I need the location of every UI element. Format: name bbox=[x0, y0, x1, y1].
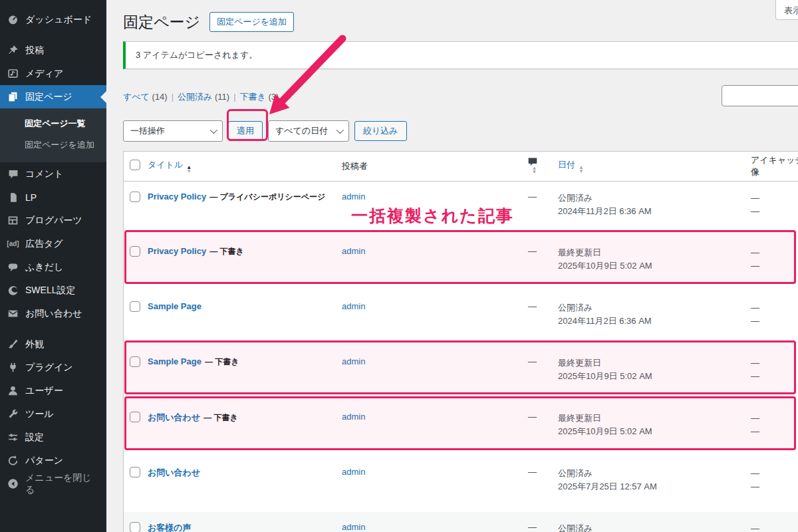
row-checkbox[interactable] bbox=[130, 467, 140, 477]
sidebar-item-patterns[interactable]: パターン bbox=[0, 449, 106, 472]
table-row: お問い合わせ admin — 公開済み2025年7月25日 12:57 AM —… bbox=[124, 457, 798, 512]
page-title-link[interactable]: お問い合わせ bbox=[148, 412, 200, 422]
table-row: Privacy Policy— プライバシーポリシーページ admin — 公開… bbox=[124, 181, 798, 236]
sidebar-item-fukidashi[interactable]: ふきだし bbox=[0, 255, 106, 279]
add-page-button[interactable]: 固定ページを追加 bbox=[209, 12, 294, 32]
sidebar-item-collapse-menu[interactable]: メニューを閉じる bbox=[0, 472, 106, 495]
submenu-item-pages-list[interactable]: 固定ページ一覧 bbox=[0, 113, 106, 134]
grid-table-icon bbox=[7, 214, 19, 227]
row-checkbox[interactable] bbox=[130, 192, 140, 202]
view-published-count: (11) bbox=[215, 92, 229, 102]
sort-indicator-date: ▲▼ bbox=[579, 166, 584, 174]
pages-submenu: 固定ページ一覧 固定ページを追加 bbox=[0, 108, 106, 162]
sidebar-item-appearance[interactable]: 外観 bbox=[0, 332, 106, 356]
author-link[interactable]: admin bbox=[342, 246, 365, 256]
page-title-suffix: — 下書き bbox=[209, 247, 244, 256]
paintbrush-icon bbox=[7, 338, 19, 350]
column-header-author: 投稿者 bbox=[336, 152, 523, 181]
sidebar-item-tools[interactable]: ツール bbox=[0, 402, 106, 426]
sliders-icon bbox=[7, 431, 19, 444]
pushpin-icon bbox=[7, 44, 19, 57]
sort-by-date[interactable]: 日付 bbox=[558, 160, 575, 170]
sidebar-item-posts[interactable]: 投稿 bbox=[0, 39, 106, 62]
sort-by-comments[interactable]: ▲▼ bbox=[528, 158, 537, 174]
table-row: お客様の声 admin — 公開済み2025年9月26日 6:25 AM —— bbox=[124, 512, 798, 532]
table-row: Sample Page admin — 公開済み2024年11月2日 6:36 … bbox=[124, 291, 798, 346]
page-title-suffix: — 下書き bbox=[203, 413, 238, 422]
date-filter-select[interactable]: すべての日付 bbox=[268, 120, 349, 142]
author-link[interactable]: admin bbox=[342, 301, 365, 311]
author-link[interactable]: admin bbox=[342, 522, 365, 532]
view-draft-link[interactable]: 下書き bbox=[240, 92, 266, 102]
page-title-suffix: — プライバシーポリシーページ bbox=[209, 192, 325, 201]
dashboard-icon bbox=[7, 13, 19, 26]
speech-balloon-icon bbox=[7, 261, 19, 273]
sort-by-title[interactable]: タイトル bbox=[148, 160, 183, 170]
sidebar-item-media[interactable]: メディア bbox=[0, 62, 106, 85]
table-row: Sample Page— 下書き admin — 最終更新日2025年10月9日… bbox=[124, 346, 798, 402]
view-filter-links: すべて (14)|公開済み (11)|下書き (3) bbox=[123, 91, 798, 103]
chevron-down-icon bbox=[336, 126, 344, 134]
view-all-link[interactable]: すべて bbox=[123, 92, 150, 102]
sidebar-item-contact[interactable]: お問い合わせ bbox=[0, 302, 106, 325]
author-link[interactable]: admin bbox=[342, 467, 365, 477]
row-status: 公開済み bbox=[558, 192, 740, 205]
page-title-link[interactable]: お問い合わせ bbox=[148, 467, 200, 477]
sort-indicator-comments: ▲▼ bbox=[532, 166, 537, 174]
row-status: 公開済み bbox=[558, 301, 740, 315]
comment-icon bbox=[7, 168, 19, 180]
sidebar-item-blog-parts[interactable]: ブログパーツ bbox=[0, 209, 106, 232]
sidebar-item-pages[interactable]: 固定ページ bbox=[0, 85, 106, 108]
row-status: 最終更新日 bbox=[558, 412, 740, 425]
media-icon bbox=[7, 67, 19, 80]
page-title: 固定ページ bbox=[123, 13, 200, 32]
page-title-link[interactable]: Privacy Policy bbox=[148, 192, 206, 201]
filter-button[interactable]: 絞り込み bbox=[354, 121, 407, 141]
sidebar-item-lp[interactable]: LP bbox=[0, 186, 106, 209]
sidebar-item-comments[interactable]: コメント bbox=[0, 162, 106, 186]
page-title-link[interactable]: Sample Page bbox=[148, 301, 201, 311]
sidebar-item-ad-tags[interactable]: [ad] 広告タグ bbox=[0, 232, 106, 255]
plug-icon bbox=[7, 361, 19, 374]
sidebar-item-swell-settings[interactable]: SWELL設定 bbox=[0, 279, 106, 302]
page-title-link[interactable]: お客様の声 bbox=[148, 523, 192, 532]
notice-message: 3 アイテムがコピーされます。 bbox=[136, 50, 257, 60]
row-date: 2025年7月25日 12:57 AM bbox=[558, 480, 740, 493]
main-content: 表示オプション 固定ページ 固定ページを追加 3 アイテムがコピーされます。 す… bbox=[106, 0, 798, 532]
bulk-action-select[interactable]: 一括操作 bbox=[123, 120, 223, 142]
row-checkbox[interactable] bbox=[130, 412, 140, 422]
sidebar-item-dashboard[interactable]: ダッシュボード bbox=[0, 8, 106, 31]
wrench-icon bbox=[7, 408, 19, 420]
row-date: 2025年10月9日 5:02 AM bbox=[558, 370, 740, 383]
view-published-link[interactable]: 公開済み bbox=[178, 92, 212, 102]
author-link[interactable]: admin bbox=[342, 412, 365, 422]
author-link[interactable]: admin bbox=[342, 356, 365, 366]
row-checkbox[interactable] bbox=[130, 301, 140, 312]
row-date: 2024年11月2日 6:36 AM bbox=[558, 315, 740, 328]
pages-icon bbox=[7, 90, 19, 103]
page-title-suffix: — 下書き bbox=[205, 357, 239, 366]
loop-arrow-icon bbox=[7, 454, 19, 467]
document-icon bbox=[7, 191, 19, 203]
submenu-item-add-page[interactable]: 固定ページを追加 bbox=[0, 134, 106, 156]
row-checkbox[interactable] bbox=[130, 246, 140, 257]
ad-tag-icon: [ad] bbox=[7, 237, 19, 250]
row-checkbox[interactable] bbox=[130, 356, 140, 367]
admin-notice: 3 アイテムがコピーされます。 bbox=[123, 41, 798, 69]
author-link[interactable]: admin bbox=[342, 192, 365, 201]
mail-icon bbox=[7, 307, 19, 320]
apply-button[interactable]: 適用 bbox=[228, 121, 263, 141]
sidebar-item-settings[interactable]: 設定 bbox=[0, 426, 106, 449]
column-header-thumbnail: アイキャッチ画像 bbox=[745, 152, 798, 181]
sidebar-item-plugins[interactable]: プラグイン bbox=[0, 356, 106, 379]
sidebar-item-users[interactable]: ユーザー bbox=[0, 379, 106, 402]
page-title-link[interactable]: Privacy Policy bbox=[148, 246, 206, 256]
search-pages-input[interactable] bbox=[722, 85, 798, 106]
screen-options-tab[interactable]: 表示オプション bbox=[775, 0, 798, 20]
row-status: 最終更新日 bbox=[558, 356, 740, 370]
row-checkbox[interactable] bbox=[130, 522, 140, 532]
page-title-link[interactable]: Sample Page bbox=[148, 356, 201, 366]
row-status: 公開済み bbox=[558, 522, 740, 532]
row-status: 公開済み bbox=[558, 467, 740, 480]
select-all-checkbox[interactable] bbox=[130, 160, 140, 170]
